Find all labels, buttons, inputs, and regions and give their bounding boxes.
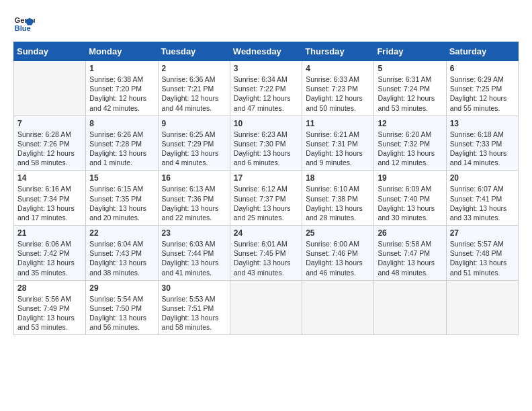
day-info: Sunrise: 6:16 AMSunset: 7:34 PMDaylight:… xyxy=(17,184,82,222)
day-number: 5 xyxy=(378,64,442,73)
calendar-week-5: 28Sunrise: 5:56 AMSunset: 7:49 PMDayligh… xyxy=(14,280,519,335)
day-info: Sunrise: 6:25 AMSunset: 7:29 PMDaylight:… xyxy=(162,130,226,168)
day-info: Sunrise: 6:18 AMSunset: 7:33 PMDaylight:… xyxy=(450,130,515,168)
calendar-body: 1Sunrise: 6:38 AMSunset: 7:20 PMDaylight… xyxy=(14,61,519,335)
day-number: 28 xyxy=(17,283,82,293)
calendar-cell: 17Sunrise: 6:12 AMSunset: 7:37 PMDayligh… xyxy=(230,171,302,226)
calendar-week-3: 14Sunrise: 6:16 AMSunset: 7:34 PMDayligh… xyxy=(14,171,519,226)
weekday-header-thursday: Thursday xyxy=(302,42,374,61)
calendar-cell: 21Sunrise: 6:06 AMSunset: 7:42 PMDayligh… xyxy=(14,226,86,281)
day-info: Sunrise: 6:12 AMSunset: 7:37 PMDaylight:… xyxy=(234,184,298,222)
day-number: 25 xyxy=(306,228,370,238)
day-number: 6 xyxy=(450,64,515,73)
day-info: Sunrise: 6:33 AMSunset: 7:23 PMDaylight:… xyxy=(306,75,370,113)
calendar-cell xyxy=(374,280,446,335)
day-info: Sunrise: 6:03 AMSunset: 7:44 PMDaylight:… xyxy=(162,239,226,277)
calendar-cell: 11Sunrise: 6:21 AMSunset: 7:31 PMDayligh… xyxy=(302,116,374,171)
day-info: Sunrise: 6:00 AMSunset: 7:46 PMDaylight:… xyxy=(306,239,370,277)
calendar-cell: 16Sunrise: 6:13 AMSunset: 7:36 PMDayligh… xyxy=(158,171,230,226)
calendar-cell: 1Sunrise: 6:38 AMSunset: 7:20 PMDaylight… xyxy=(86,61,158,116)
calendar-table: SundayMondayTuesdayWednesdayThursdayFrid… xyxy=(13,42,519,335)
day-info: Sunrise: 6:31 AMSunset: 7:24 PMDaylight:… xyxy=(378,75,442,113)
calendar-cell xyxy=(446,280,518,335)
weekday-header-sunday: Sunday xyxy=(14,42,86,61)
day-number: 11 xyxy=(306,119,370,128)
day-info: Sunrise: 6:13 AMSunset: 7:36 PMDaylight:… xyxy=(162,184,226,222)
day-info: Sunrise: 6:26 AMSunset: 7:28 PMDaylight:… xyxy=(89,130,154,168)
calendar-cell: 10Sunrise: 6:23 AMSunset: 7:30 PMDayligh… xyxy=(230,116,302,171)
day-info: Sunrise: 5:56 AMSunset: 7:49 PMDaylight:… xyxy=(17,294,82,332)
weekday-header-saturday: Saturday xyxy=(446,42,518,61)
calendar-cell xyxy=(302,280,374,335)
calendar-cell: 2Sunrise: 6:36 AMSunset: 7:21 PMDaylight… xyxy=(158,61,230,116)
weekday-header-row: SundayMondayTuesdayWednesdayThursdayFrid… xyxy=(14,42,519,61)
calendar-cell: 29Sunrise: 5:54 AMSunset: 7:50 PMDayligh… xyxy=(86,280,158,335)
day-info: Sunrise: 6:01 AMSunset: 7:45 PMDaylight:… xyxy=(234,239,298,277)
calendar-cell: 23Sunrise: 6:03 AMSunset: 7:44 PMDayligh… xyxy=(158,226,230,281)
day-number: 29 xyxy=(89,283,154,293)
weekday-header-monday: Monday xyxy=(86,42,158,61)
day-number: 4 xyxy=(306,64,370,73)
day-info: Sunrise: 6:15 AMSunset: 7:35 PMDaylight:… xyxy=(89,184,154,222)
day-number: 21 xyxy=(17,228,82,238)
day-number: 1 xyxy=(89,64,154,73)
calendar-cell: 3Sunrise: 6:34 AMSunset: 7:22 PMDaylight… xyxy=(230,61,302,116)
calendar-cell: 22Sunrise: 6:04 AMSunset: 7:43 PMDayligh… xyxy=(86,226,158,281)
day-number: 8 xyxy=(89,119,154,128)
day-info: Sunrise: 6:06 AMSunset: 7:42 PMDaylight:… xyxy=(17,239,82,277)
day-info: Sunrise: 6:38 AMSunset: 7:20 PMDaylight:… xyxy=(89,75,154,113)
day-number: 26 xyxy=(378,228,442,238)
calendar-cell: 27Sunrise: 5:57 AMSunset: 7:48 PMDayligh… xyxy=(446,226,518,281)
calendar-cell: 20Sunrise: 6:07 AMSunset: 7:41 PMDayligh… xyxy=(446,171,518,226)
day-info: Sunrise: 5:58 AMSunset: 7:47 PMDaylight:… xyxy=(378,239,442,277)
day-info: Sunrise: 6:04 AMSunset: 7:43 PMDaylight:… xyxy=(89,239,154,277)
calendar-cell: 13Sunrise: 6:18 AMSunset: 7:33 PMDayligh… xyxy=(446,116,518,171)
day-info: Sunrise: 6:36 AMSunset: 7:21 PMDaylight:… xyxy=(162,75,226,113)
day-number: 19 xyxy=(378,173,442,183)
calendar-week-2: 7Sunrise: 6:28 AMSunset: 7:26 PMDaylight… xyxy=(14,116,519,171)
day-number: 14 xyxy=(17,173,82,183)
day-info: Sunrise: 5:57 AMSunset: 7:48 PMDaylight:… xyxy=(450,239,515,277)
calendar-cell: 15Sunrise: 6:15 AMSunset: 7:35 PMDayligh… xyxy=(86,171,158,226)
calendar-cell: 19Sunrise: 6:09 AMSunset: 7:40 PMDayligh… xyxy=(374,171,446,226)
calendar-cell: 26Sunrise: 5:58 AMSunset: 7:47 PMDayligh… xyxy=(374,226,446,281)
weekday-header-friday: Friday xyxy=(374,42,446,61)
calendar-cell: 8Sunrise: 6:26 AMSunset: 7:28 PMDaylight… xyxy=(86,116,158,171)
day-number: 10 xyxy=(234,119,298,128)
calendar-week-4: 21Sunrise: 6:06 AMSunset: 7:42 PMDayligh… xyxy=(14,226,519,281)
calendar-week-1: 1Sunrise: 6:38 AMSunset: 7:20 PMDaylight… xyxy=(14,61,519,116)
calendar-cell: 7Sunrise: 6:28 AMSunset: 7:26 PMDaylight… xyxy=(14,116,86,171)
day-info: Sunrise: 5:54 AMSunset: 7:50 PMDaylight:… xyxy=(89,294,154,332)
day-number: 30 xyxy=(162,283,226,293)
day-number: 7 xyxy=(17,119,82,128)
calendar-cell xyxy=(14,61,86,116)
header: General Blue xyxy=(13,13,519,35)
calendar-cell: 5Sunrise: 6:31 AMSunset: 7:24 PMDaylight… xyxy=(374,61,446,116)
logo-icon: General Blue xyxy=(13,13,35,35)
day-info: Sunrise: 6:09 AMSunset: 7:40 PMDaylight:… xyxy=(378,184,442,222)
day-number: 15 xyxy=(89,173,154,183)
day-number: 22 xyxy=(89,228,154,238)
day-number: 13 xyxy=(450,119,515,128)
calendar-cell xyxy=(230,280,302,335)
day-info: Sunrise: 5:53 AMSunset: 7:51 PMDaylight:… xyxy=(162,294,226,332)
logo: General Blue xyxy=(13,13,35,35)
day-number: 16 xyxy=(162,173,226,183)
day-info: Sunrise: 6:23 AMSunset: 7:30 PMDaylight:… xyxy=(234,130,298,168)
calendar-cell: 6Sunrise: 6:29 AMSunset: 7:25 PMDaylight… xyxy=(446,61,518,116)
calendar-cell: 12Sunrise: 6:20 AMSunset: 7:32 PMDayligh… xyxy=(374,116,446,171)
calendar-cell: 30Sunrise: 5:53 AMSunset: 7:51 PMDayligh… xyxy=(158,280,230,335)
day-number: 23 xyxy=(162,228,226,238)
day-number: 17 xyxy=(234,173,298,183)
calendar-cell: 18Sunrise: 6:10 AMSunset: 7:38 PMDayligh… xyxy=(302,171,374,226)
day-number: 12 xyxy=(378,119,442,128)
day-number: 18 xyxy=(306,173,370,183)
day-number: 27 xyxy=(450,228,515,238)
day-number: 9 xyxy=(162,119,226,128)
day-info: Sunrise: 6:21 AMSunset: 7:31 PMDaylight:… xyxy=(306,130,370,168)
day-number: 24 xyxy=(234,228,298,238)
day-info: Sunrise: 6:07 AMSunset: 7:41 PMDaylight:… xyxy=(450,184,515,222)
calendar-cell: 24Sunrise: 6:01 AMSunset: 7:45 PMDayligh… xyxy=(230,226,302,281)
day-info: Sunrise: 6:28 AMSunset: 7:26 PMDaylight:… xyxy=(17,130,82,168)
weekday-header-wednesday: Wednesday xyxy=(230,42,302,61)
